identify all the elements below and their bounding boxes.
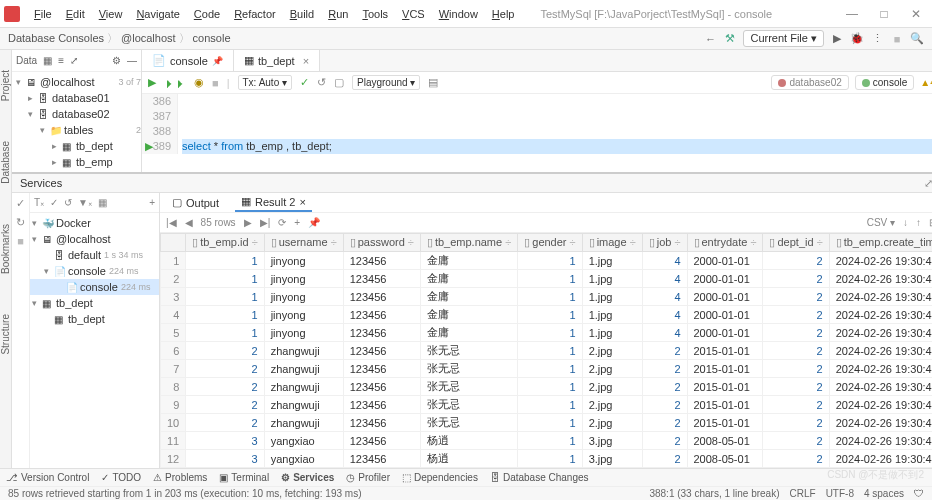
db-node[interactable]: ▾📁tables2: [12, 122, 141, 138]
table-row[interactable]: 82zhangwuji123456张无忌12.jpg22015-01-01220…: [161, 378, 933, 396]
maximize-button[interactable]: □: [872, 7, 896, 21]
menu-refactor[interactable]: Refactor: [228, 5, 282, 23]
indent-setting[interactable]: 4 spaces: [864, 488, 904, 499]
menu-code[interactable]: Code: [188, 5, 226, 23]
hammer-icon[interactable]: ⚒: [723, 32, 737, 46]
warnings-badge[interactable]: ▲4: [920, 77, 932, 88]
table-row[interactable]: 92zhangwuji123456张无忌12.jpg22015-01-01220…: [161, 396, 933, 414]
line-separator[interactable]: CRLF: [790, 488, 816, 499]
execute-many-icon[interactable]: ⏵⏵: [164, 77, 186, 89]
table-row[interactable]: 51jinyong123456金庸11.jpg42000-01-0122024-…: [161, 324, 933, 342]
bottom-tab-problems[interactable]: ⚠Problems: [153, 472, 207, 483]
column-header[interactable]: ▯gender ÷: [518, 234, 582, 252]
session-icon[interactable]: ▢: [334, 76, 344, 89]
result-grid[interactable]: ▯tb_emp.id ÷▯username ÷▯password ÷▯tb_em…: [160, 233, 932, 468]
run-icon[interactable]: ▶: [830, 32, 844, 46]
column-header[interactable]: ▯username ÷: [264, 234, 343, 252]
db-node[interactable]: ▾🖥@localhost3 of 7: [12, 74, 141, 90]
gear-icon[interactable]: ⚙: [112, 55, 121, 66]
svc-layout-icon[interactable]: ▦: [98, 197, 107, 208]
tool-bookmarks[interactable]: Bookmarks: [0, 224, 11, 274]
explain-icon[interactable]: ◉: [194, 76, 204, 89]
tool-database[interactable]: Database: [0, 141, 11, 184]
code-area[interactable]: select * from tb_emp , tb_dept;: [178, 94, 932, 154]
column-header[interactable]: ▯job ÷: [642, 234, 687, 252]
svc-stop-icon[interactable]: ■: [17, 235, 24, 247]
tx-mode-dropdown[interactable]: Tx: Auto ▾: [238, 75, 292, 90]
svc-commit-icon[interactable]: ✓: [50, 197, 58, 208]
csv-dropdown[interactable]: CSV ▾: [867, 217, 895, 228]
bottom-tab-terminal[interactable]: ▣Terminal: [219, 472, 269, 483]
table-row[interactable]: 123yangxiao123456杨逍13.jpg22008-05-012202…: [161, 450, 933, 468]
breadcrumb[interactable]: Database Consoles〉@localhost〉console: [8, 31, 231, 46]
caret-position[interactable]: 388:1 (33 chars, 1 line break): [649, 488, 779, 499]
table-row[interactable]: 133yangxiao123456杨逍13.jpg22008-05-012202…: [161, 468, 933, 469]
run-config-dropdown[interactable]: Current File ▾: [743, 30, 824, 47]
result-tab[interactable]: ▦ Result 2 ×: [235, 193, 312, 212]
svc-rollback-icon[interactable]: ↺: [64, 197, 72, 208]
cancel-icon[interactable]: ■: [212, 77, 219, 89]
menu-tools[interactable]: Tools: [356, 5, 394, 23]
console-chip[interactable]: console: [855, 75, 914, 90]
ddl-icon[interactable]: ▦: [43, 55, 52, 66]
svc-filter-icon[interactable]: ▼ₓ: [78, 197, 92, 208]
last-page-icon[interactable]: ▶|: [260, 217, 271, 228]
bottom-tab-profiler[interactable]: ◷Profiler: [346, 472, 390, 483]
menu-run[interactable]: Run: [322, 5, 354, 23]
back-nav-icon[interactable]: ←: [703, 32, 717, 46]
column-header[interactable]: ▯tb_emp.create_time ÷: [829, 234, 932, 252]
hide-icon[interactable]: —: [127, 55, 137, 66]
tool-structure[interactable]: Structure: [0, 314, 11, 355]
db-node[interactable]: ▸▦tb_emp: [12, 154, 141, 170]
filter-icon[interactable]: ≡: [58, 55, 64, 66]
db-node[interactable]: ▸▦tb_dept: [12, 138, 141, 154]
bottom-tab-todo[interactable]: ✓TODO: [101, 472, 141, 483]
bottom-tab-dependencies[interactable]: ⬚Dependencies: [402, 472, 478, 483]
more-run-icon[interactable]: ⋮: [870, 32, 884, 46]
service-node[interactable]: ▾🖥@localhost: [30, 231, 159, 247]
column-header[interactable]: ▯tb_emp.name ÷: [420, 234, 517, 252]
menu-edit[interactable]: Edit: [60, 5, 91, 23]
column-header[interactable]: ▯dept_id ÷: [763, 234, 829, 252]
encoding[interactable]: UTF-8: [826, 488, 854, 499]
commit-icon[interactable]: ✓: [300, 76, 309, 89]
table-row[interactable]: 11jinyong123456金庸11.jpg42000-01-0122024-…: [161, 252, 933, 270]
prev-page-icon[interactable]: ◀: [185, 217, 193, 228]
menu-view[interactable]: View: [93, 5, 129, 23]
svc-rerun-icon[interactable]: ↻: [16, 216, 25, 229]
reload-icon[interactable]: ⟳: [278, 217, 286, 228]
menu-navigate[interactable]: Navigate: [130, 5, 185, 23]
editor-tab[interactable]: 📄console📌: [142, 50, 234, 71]
export-icon[interactable]: ↓: [903, 217, 908, 228]
menu-vcs[interactable]: VCS: [396, 5, 431, 23]
table-row[interactable]: 102zhangwuji123456张无忌12.jpg22015-01-0122…: [161, 414, 933, 432]
svc-check-icon[interactable]: ✓: [16, 197, 25, 210]
table-row[interactable]: 21jinyong123456金庸11.jpg42000-01-0122024-…: [161, 270, 933, 288]
table-row[interactable]: 113yangxiao123456杨逍13.jpg22008-05-012202…: [161, 432, 933, 450]
bottom-tab-version-control[interactable]: ⎇Version Control: [6, 472, 89, 483]
service-node[interactable]: ▾🐳Docker: [30, 215, 159, 231]
stop-icon[interactable]: ■: [890, 32, 904, 46]
table-row[interactable]: 31jinyong123456金庸11.jpg42000-01-0122024-…: [161, 288, 933, 306]
expand-icon[interactable]: ⤢: [70, 55, 78, 66]
view-icon[interactable]: ▤: [428, 76, 438, 89]
schema-chip[interactable]: database02: [771, 75, 848, 90]
playground-dropdown[interactable]: Playground ▾: [352, 75, 420, 90]
execute-icon[interactable]: ▶: [148, 76, 156, 89]
tool-project[interactable]: Project: [0, 70, 11, 101]
service-node[interactable]: ▾▦tb_dept: [30, 295, 159, 311]
table-row[interactable]: 41jinyong123456金庸11.jpg42000-01-0122024-…: [161, 306, 933, 324]
bottom-tab-database-changes[interactable]: 🗄Database Changes: [490, 472, 589, 483]
service-node[interactable]: ▦tb_dept: [30, 311, 159, 327]
rollback-icon[interactable]: ↺: [317, 76, 326, 89]
menu-window[interactable]: Window: [433, 5, 484, 23]
search-icon[interactable]: 🔍: [910, 32, 924, 46]
db-node[interactable]: ▸🗄database01: [12, 90, 141, 106]
next-page-icon[interactable]: ▶: [244, 217, 252, 228]
close-button[interactable]: ✕: [904, 7, 928, 21]
first-page-icon[interactable]: |◀: [166, 217, 177, 228]
service-node[interactable]: 🗄default1 s 34 ms: [30, 247, 159, 263]
service-node[interactable]: 📄console224 ms: [30, 279, 159, 295]
bottom-tab-services[interactable]: ⚙Services: [281, 472, 334, 483]
column-header[interactable]: ▯entrydate ÷: [687, 234, 763, 252]
